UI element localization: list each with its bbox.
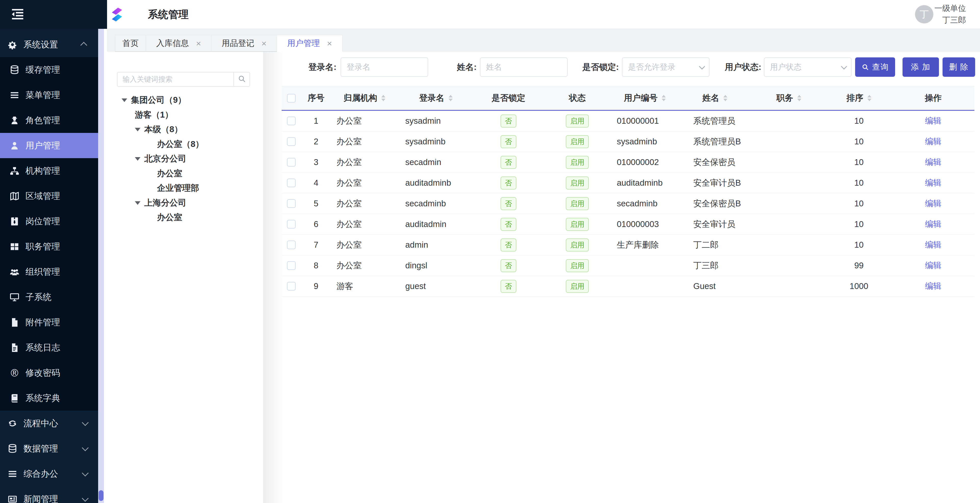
sort-asc-icon[interactable] [723, 95, 727, 97]
sidebar-item-组织管理[interactable]: 组织管理 [0, 259, 98, 284]
row-checkbox[interactable] [287, 117, 296, 125]
row-checkbox[interactable] [287, 158, 296, 166]
add-button[interactable]: 添 加 [902, 57, 939, 77]
tab-入库信息[interactable]: 入库信息× [146, 35, 212, 52]
sort-asc-icon[interactable] [381, 95, 385, 97]
close-icon[interactable]: × [196, 39, 201, 48]
tab-首页[interactable]: 首页 [115, 35, 146, 52]
column-header-name[interactable]: 姓名 [678, 92, 752, 104]
close-icon[interactable]: × [327, 39, 332, 48]
row-checkbox[interactable] [287, 137, 296, 146]
edit-link[interactable]: 编辑 [925, 260, 942, 271]
caret-down-icon[interactable] [135, 157, 140, 161]
column-header-login[interactable]: 登录名 [398, 92, 474, 104]
sidebar-item-机构管理[interactable]: 机构管理 [0, 158, 98, 184]
status-filter-select[interactable]: 用户状态 [764, 57, 851, 77]
edit-link[interactable]: 编辑 [925, 177, 942, 188]
edit-link[interactable]: 编辑 [925, 115, 942, 126]
sidebar-item-用户管理[interactable]: 用户管理 [0, 133, 98, 158]
locked-filter-select[interactable]: 是否允许登录 [622, 57, 710, 77]
sort-icons[interactable] [381, 95, 385, 101]
edit-link[interactable]: 编辑 [925, 239, 942, 251]
tab-用户管理[interactable]: 用户管理× [277, 35, 342, 52]
sort-icons[interactable] [723, 95, 727, 101]
tree-node-集团公司（9）[interactable]: 集团公司（9） [107, 93, 186, 107]
row-checkbox[interactable] [287, 241, 296, 249]
tree-search-button[interactable] [234, 72, 250, 87]
close-icon[interactable]: × [261, 39, 267, 48]
sidebar-group-新闻管理[interactable]: 新闻管理 [0, 486, 98, 503]
tree-node-北京分公司[interactable]: 北京分公司 [107, 152, 186, 166]
sidebar-group-数据管理[interactable]: 数据管理 [0, 436, 98, 461]
sidebar-item-子系统[interactable]: 子系统 [0, 284, 98, 310]
column-header-org[interactable]: 归属机构 [331, 92, 398, 104]
sidebar-scrollbar[interactable] [98, 29, 104, 503]
sort-icons[interactable] [662, 95, 666, 101]
sort-icons[interactable] [797, 95, 801, 101]
edit-link[interactable]: 编辑 [925, 156, 942, 168]
sort-desc-icon[interactable] [662, 99, 666, 101]
sort-asc-icon[interactable] [662, 95, 666, 97]
caret-down-icon[interactable] [135, 201, 140, 205]
login-filter-input[interactable] [340, 57, 428, 77]
sort-desc-icon[interactable] [381, 99, 385, 101]
sidebar-collapse-button[interactable] [10, 7, 24, 21]
sidebar-item-系统日志[interactable]: 系统日志 [0, 335, 98, 360]
column-header-order[interactable]: 排序 [826, 92, 892, 104]
edit-link[interactable]: 编辑 [925, 198, 942, 209]
sidebar-group-综合办公[interactable]: 综合办公 [0, 461, 98, 486]
grid-icon [9, 241, 20, 252]
sort-desc-icon[interactable] [867, 99, 872, 101]
tree-node-企业管理部[interactable]: 企业管理部 [107, 181, 199, 195]
column-header-userno[interactable]: 用户编号 [612, 92, 678, 104]
edit-link[interactable]: 编辑 [925, 136, 942, 147]
sidebar-item-修改密码[interactable]: ®修改密码 [0, 360, 98, 385]
name-filter-input[interactable] [480, 57, 568, 77]
row-checkbox-cell [282, 199, 301, 208]
row-checkbox[interactable] [287, 199, 296, 208]
sidebar-item-岗位管理[interactable]: 岗位管理 [0, 209, 98, 234]
cell-name: 安全审计员 [678, 219, 752, 230]
search-button[interactable]: 查询 [855, 57, 895, 77]
column-header-duty[interactable]: 职务 [752, 92, 826, 104]
sidebar-item-菜单管理[interactable]: 菜单管理 [0, 82, 98, 108]
column-header-label: 姓名 [702, 92, 719, 104]
avatar[interactable]: 丁 [915, 5, 933, 24]
sidebar-item-角色管理[interactable]: 角色管理 [0, 108, 98, 133]
row-checkbox[interactable] [287, 220, 296, 228]
sidebar-group-系统设置[interactable]: 系统设置 [0, 32, 98, 57]
select-all-checkbox[interactable] [287, 94, 296, 102]
sidebar-group-流程中心[interactable]: 流程中心 [0, 411, 98, 436]
sort-desc-icon[interactable] [723, 99, 727, 101]
tree-node-本级（8）[interactable]: 本级（8） [107, 122, 183, 137]
row-checkbox[interactable] [287, 282, 296, 291]
sort-desc-icon[interactable] [449, 99, 453, 101]
tree-node-办公室[interactable]: 办公室 [107, 210, 182, 225]
tab-用品登记[interactable]: 用品登记× [211, 35, 277, 52]
row-checkbox[interactable] [287, 179, 296, 187]
tree-node-游客（1）[interactable]: 游客（1） [107, 108, 173, 122]
sort-icons[interactable] [867, 95, 872, 101]
sidebar-scrollbar-thumb[interactable] [99, 490, 103, 501]
sidebar-item-附件管理[interactable]: 附件管理 [0, 310, 98, 335]
tree-search-input[interactable] [117, 72, 234, 87]
tree-node-办公室[interactable]: 办公室 [107, 166, 182, 181]
sort-desc-icon[interactable] [797, 99, 801, 101]
sort-icons[interactable] [449, 95, 453, 101]
sidebar-item-职务管理[interactable]: 职务管理 [0, 234, 98, 259]
sidebar-item-系统字典[interactable]: 系统字典 [0, 385, 98, 411]
sort-asc-icon[interactable] [867, 95, 872, 97]
sort-asc-icon[interactable] [797, 95, 801, 97]
tree-node-办公室（8）[interactable]: 办公室（8） [107, 137, 204, 152]
tree-node-上海分公司[interactable]: 上海分公司 [107, 196, 186, 210]
cell-value: guest [405, 281, 426, 291]
caret-down-icon[interactable] [135, 128, 140, 131]
sidebar-item-区域管理[interactable]: 区域管理 [0, 184, 98, 209]
caret-down-icon[interactable] [122, 99, 127, 102]
row-checkbox[interactable] [287, 261, 296, 270]
edit-link[interactable]: 编辑 [925, 281, 942, 292]
sidebar-item-缓存管理[interactable]: 缓存管理 [0, 57, 98, 82]
edit-link[interactable]: 编辑 [925, 219, 942, 230]
sort-asc-icon[interactable] [449, 95, 453, 97]
delete-button[interactable]: 删 除 [943, 57, 975, 77]
